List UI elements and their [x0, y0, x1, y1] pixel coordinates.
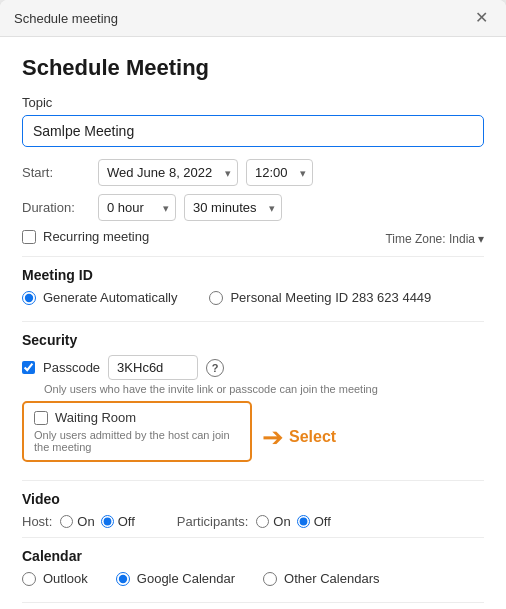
divider-3	[22, 480, 484, 481]
duration-minutes-select[interactable]: 00 minutes 15 minutes 30 minutes 45 minu…	[184, 194, 282, 221]
video-row: Host: On Off Participants: On	[22, 514, 484, 529]
schedule-meeting-dialog: Schedule meeting ✕ Schedule Meeting Topi…	[0, 0, 506, 609]
waiting-room-container: Waiting Room Only users admitted by the …	[22, 401, 484, 472]
security-title: Security	[22, 332, 484, 348]
participants-off-label[interactable]: Off	[314, 514, 331, 529]
google-calendar-radio[interactable]	[116, 572, 130, 586]
duration-label: Duration:	[22, 200, 90, 215]
topic-input[interactable]	[22, 115, 484, 147]
google-calendar-label[interactable]: Google Calendar	[137, 571, 235, 586]
meeting-id-title: Meeting ID	[22, 267, 484, 283]
other-calendars-label[interactable]: Other Calendars	[284, 571, 379, 586]
video-title: Video	[22, 491, 484, 507]
host-on-label[interactable]: On	[77, 514, 94, 529]
host-label: Host:	[22, 514, 52, 529]
host-on-row: On	[60, 514, 94, 529]
divider-5	[22, 602, 484, 603]
start-time-select[interactable]: 12:00	[246, 159, 313, 186]
outlook-radio[interactable]	[22, 572, 36, 586]
host-video-group: Host: On Off	[22, 514, 135, 529]
page-title: Schedule Meeting	[22, 55, 484, 81]
duration-row: Duration: 0 hour 1 hour 2 hours 00 minut…	[22, 194, 484, 221]
generate-auto-radio[interactable]	[22, 291, 36, 305]
participants-label: Participants:	[177, 514, 249, 529]
participants-off-radio[interactable]	[297, 515, 310, 528]
duration-minutes-wrap[interactable]: 00 minutes 15 minutes 30 minutes 45 minu…	[184, 194, 282, 221]
participants-on-radio[interactable]	[256, 515, 269, 528]
meeting-id-row: Generate Automatically Personal Meeting …	[22, 290, 484, 311]
host-off-row: Off	[101, 514, 135, 529]
participants-off-row: Off	[297, 514, 331, 529]
close-button[interactable]: ✕	[471, 8, 492, 28]
host-off-label[interactable]: Off	[118, 514, 135, 529]
waiting-room-hint: Only users admitted by the host can join…	[34, 429, 240, 453]
recurring-checkbox[interactable]	[22, 230, 36, 244]
duration-hours-select[interactable]: 0 hour 1 hour 2 hours	[98, 194, 176, 221]
passcode-info-icon[interactable]: ?	[206, 359, 224, 377]
divider-1	[22, 256, 484, 257]
recurring-checkbox-row: Recurring meeting	[22, 229, 149, 244]
duration-hours-wrap[interactable]: 0 hour 1 hour 2 hours	[98, 194, 176, 221]
select-arrow-icon: ➔	[262, 424, 284, 450]
waiting-room-annotation: ➔ Select	[262, 424, 336, 450]
waiting-room-label[interactable]: Waiting Room	[55, 410, 136, 425]
passcode-label[interactable]: Passcode	[43, 360, 100, 375]
waiting-room-box: Waiting Room Only users admitted by the …	[22, 401, 252, 462]
calendar-row: Outlook Google Calendar Other Calendars	[22, 571, 484, 592]
generate-auto-label[interactable]: Generate Automatically	[43, 290, 177, 305]
waiting-room-checkbox[interactable]	[34, 411, 48, 425]
divider-2	[22, 321, 484, 322]
title-bar: Schedule meeting ✕	[0, 0, 506, 37]
participants-on-row: On	[256, 514, 290, 529]
select-label: Select	[289, 428, 336, 446]
security-section: Passcode ? Only users who have the invit…	[22, 355, 484, 472]
start-date-select[interactable]: Wed June 8, 2022	[98, 159, 238, 186]
start-row: Start: Wed June 8, 2022 12:00	[22, 159, 484, 186]
recurring-label[interactable]: Recurring meeting	[43, 229, 149, 244]
waiting-room-checkbox-row: Waiting Room	[34, 410, 240, 425]
participants-on-label[interactable]: On	[273, 514, 290, 529]
dialog-content: Schedule Meeting Topic Start: Wed June 8…	[0, 37, 506, 609]
passcode-checkbox[interactable]	[22, 361, 35, 374]
passcode-hint: Only users who have the invite link or p…	[44, 383, 484, 395]
recurring-timezone-row: Recurring meeting Time Zone: India ▾	[22, 229, 484, 248]
window-title: Schedule meeting	[14, 11, 118, 26]
personal-id-row: Personal Meeting ID 283 623 4449	[209, 290, 431, 305]
timezone-selector[interactable]: Time Zone: India ▾	[385, 232, 484, 246]
timezone-label: Time Zone: India	[385, 232, 475, 246]
timezone-chevron: ▾	[478, 232, 484, 246]
passcode-row: Passcode ?	[22, 355, 484, 380]
outlook-label[interactable]: Outlook	[43, 571, 88, 586]
video-section: Video Host: On Off Participants:	[22, 491, 484, 529]
generate-auto-row: Generate Automatically	[22, 290, 177, 305]
outlook-row: Outlook	[22, 571, 88, 586]
calendar-title: Calendar	[22, 548, 484, 564]
host-off-radio[interactable]	[101, 515, 114, 528]
topic-label: Topic	[22, 95, 484, 110]
calendar-section: Calendar Outlook Google Calendar Other C…	[22, 548, 484, 592]
personal-id-radio[interactable]	[209, 291, 223, 305]
host-on-radio[interactable]	[60, 515, 73, 528]
other-calendars-row: Other Calendars	[263, 571, 379, 586]
divider-4	[22, 537, 484, 538]
personal-id-label[interactable]: Personal Meeting ID 283 623 4449	[230, 290, 431, 305]
start-date-select-wrap[interactable]: Wed June 8, 2022	[98, 159, 238, 186]
participants-video-group: Participants: On Off	[177, 514, 331, 529]
passcode-input[interactable]	[108, 355, 198, 380]
google-calendar-row: Google Calendar	[116, 571, 235, 586]
other-calendars-radio[interactable]	[263, 572, 277, 586]
start-label: Start:	[22, 165, 90, 180]
start-time-select-wrap[interactable]: 12:00	[246, 159, 313, 186]
